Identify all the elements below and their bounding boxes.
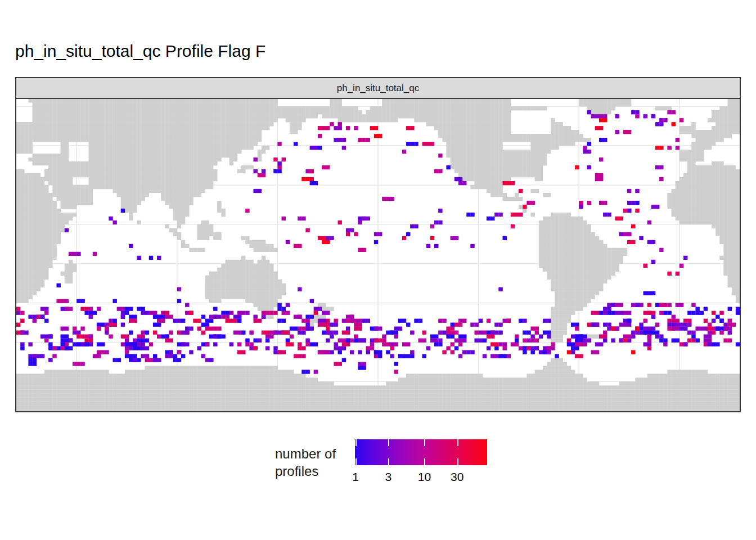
land-cell <box>290 393 294 397</box>
profile-count-cell <box>523 319 526 323</box>
land-cell <box>61 138 65 142</box>
land-cell <box>28 217 32 220</box>
land-cell <box>286 381 290 385</box>
land-cell <box>490 134 494 138</box>
land-cell <box>530 189 534 193</box>
land-cell <box>52 370 56 374</box>
land-cell <box>189 173 193 177</box>
land-cell <box>230 295 233 299</box>
land-cell <box>273 106 277 110</box>
land-cell <box>587 106 591 110</box>
land-cell <box>406 106 410 110</box>
land-cell <box>161 185 165 189</box>
profile-count-cell <box>334 126 338 130</box>
land-cell <box>551 276 555 280</box>
land-cell <box>330 114 334 118</box>
land-cell <box>479 150 483 154</box>
land-cell <box>406 99 410 102</box>
profile-count-cell <box>69 307 73 311</box>
land-cell <box>56 99 60 102</box>
profile-count-cell <box>386 197 390 201</box>
land-cell <box>394 114 398 118</box>
land-cell <box>233 142 237 146</box>
land-cell <box>37 401 40 405</box>
land-cell <box>73 102 76 106</box>
land-cell <box>454 122 458 126</box>
profile-count-cell <box>644 114 647 118</box>
land-cell <box>44 256 48 260</box>
land-cell <box>723 248 727 252</box>
land-cell <box>141 138 145 142</box>
land-cell <box>40 181 44 185</box>
land-cell <box>462 150 466 154</box>
land-cell <box>262 291 266 295</box>
land-cell <box>695 405 699 409</box>
land-cell <box>237 150 241 154</box>
profile-count-cell <box>101 323 105 327</box>
land-cell <box>173 217 177 220</box>
land-cell <box>700 201 704 205</box>
land-cell <box>33 110 37 114</box>
land-cell <box>197 224 201 228</box>
land-cell <box>567 142 571 146</box>
profile-count-cell <box>84 307 88 311</box>
land-cell <box>687 177 691 181</box>
land-cell <box>109 185 112 189</box>
land-cell <box>33 177 37 181</box>
land-cell <box>583 409 587 411</box>
land-cell <box>145 185 149 189</box>
land-cell <box>65 377 69 381</box>
land-cell <box>205 224 209 228</box>
land-cell <box>587 393 591 397</box>
land-cell <box>189 130 193 134</box>
land-cell <box>719 126 723 130</box>
profile-count-cell <box>149 358 153 362</box>
profile-count-cell <box>177 319 181 323</box>
land-cell <box>226 393 230 397</box>
land-cell <box>61 201 65 205</box>
land-cell <box>33 134 37 138</box>
land-cell <box>611 409 615 411</box>
land-cell <box>490 181 494 185</box>
land-cell <box>322 389 326 393</box>
profile-count-cell <box>338 346 342 350</box>
land-cell <box>217 205 221 209</box>
land-cell <box>266 99 269 102</box>
land-cell <box>530 158 534 161</box>
land-cell <box>40 244 44 248</box>
land-cell <box>37 224 40 228</box>
land-cell <box>451 126 454 130</box>
land-cell <box>695 377 699 381</box>
land-cell <box>310 397 314 401</box>
land-cell <box>563 385 567 389</box>
profile-count-cell <box>290 326 294 330</box>
land-cell <box>547 236 551 240</box>
land-cell <box>65 276 69 280</box>
land-cell <box>201 228 205 232</box>
land-cell <box>498 150 502 154</box>
land-cell <box>133 397 137 401</box>
profile-count-cell <box>121 307 125 311</box>
profile-count-cell <box>374 354 378 358</box>
land-cell <box>286 401 290 405</box>
land-cell <box>736 381 740 385</box>
land-cell <box>539 381 543 385</box>
land-cell <box>563 366 567 370</box>
land-cell <box>273 295 277 299</box>
land-cell <box>112 177 116 181</box>
land-cell <box>193 177 197 181</box>
profile-count-cell <box>129 315 133 319</box>
land-cell <box>193 366 197 370</box>
land-cell <box>434 405 438 409</box>
land-cell <box>249 370 253 374</box>
land-cell <box>595 256 599 260</box>
land-cell <box>451 150 454 154</box>
land-cell <box>149 110 153 114</box>
land-cell <box>65 130 69 134</box>
land-cell <box>563 268 567 272</box>
profile-count-cell <box>253 346 257 350</box>
profile-count-cell <box>73 252 76 256</box>
land-cell <box>583 99 587 102</box>
land-cell <box>700 177 704 181</box>
land-cell <box>426 409 430 411</box>
